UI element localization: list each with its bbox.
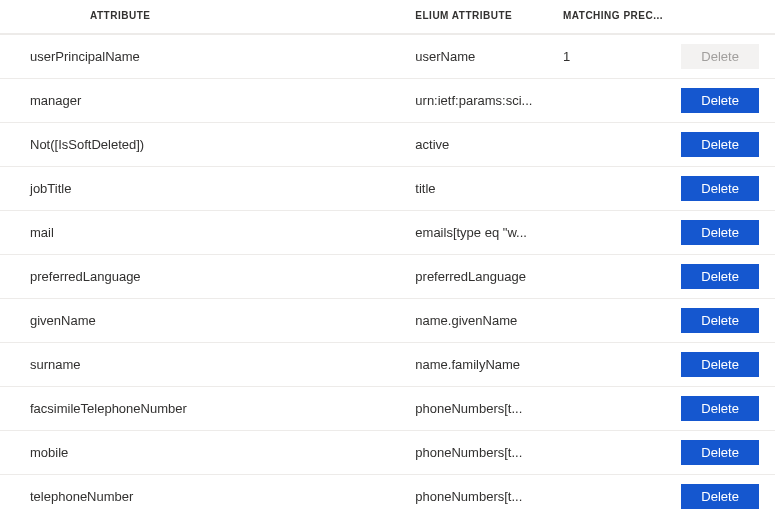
header-elium-attribute: ELIUM ATTRIBUTE xyxy=(407,0,555,34)
delete-button[interactable]: Delete xyxy=(681,352,759,377)
cell-matching-precedence xyxy=(555,387,673,431)
cell-action: Delete xyxy=(673,343,775,387)
cell-elium-attribute: preferredLanguage xyxy=(407,255,555,299)
cell-action: Delete xyxy=(673,431,775,475)
cell-attribute: Not([IsSoftDeleted]) xyxy=(0,123,407,167)
table-row[interactable]: mobilephoneNumbers[t...Delete xyxy=(0,431,775,475)
cell-matching-precedence xyxy=(555,343,673,387)
cell-elium-attribute: title xyxy=(407,167,555,211)
cell-action: Delete xyxy=(673,123,775,167)
cell-attribute: mobile xyxy=(0,431,407,475)
cell-attribute: telephoneNumber xyxy=(0,475,407,511)
cell-action: Delete xyxy=(673,211,775,255)
table-row[interactable]: givenNamename.givenNameDelete xyxy=(0,299,775,343)
delete-button[interactable]: Delete xyxy=(681,220,759,245)
cell-matching-precedence xyxy=(555,123,673,167)
attribute-mapping-table: ATTRIBUTE ELIUM ATTRIBUTE MATCHING PREC.… xyxy=(0,0,775,510)
cell-action: Delete xyxy=(673,387,775,431)
cell-attribute: mail xyxy=(0,211,407,255)
header-attribute: ATTRIBUTE xyxy=(0,0,407,34)
cell-action: Delete xyxy=(673,79,775,123)
cell-attribute: preferredLanguage xyxy=(0,255,407,299)
table-row[interactable]: preferredLanguagepreferredLanguageDelete xyxy=(0,255,775,299)
cell-matching-precedence xyxy=(555,475,673,511)
cell-action: Delete xyxy=(673,255,775,299)
delete-button: Delete xyxy=(681,44,759,69)
table-row[interactable]: telephoneNumberphoneNumbers[t...Delete xyxy=(0,475,775,511)
delete-button[interactable]: Delete xyxy=(681,132,759,157)
delete-button[interactable]: Delete xyxy=(681,484,759,509)
cell-elium-attribute: urn:ietf:params:sci... xyxy=(407,79,555,123)
delete-button[interactable]: Delete xyxy=(681,308,759,333)
cell-matching-precedence xyxy=(555,79,673,123)
cell-action: Delete xyxy=(673,475,775,511)
table-header-row: ATTRIBUTE ELIUM ATTRIBUTE MATCHING PREC.… xyxy=(0,0,775,34)
cell-attribute: manager xyxy=(0,79,407,123)
cell-elium-attribute: active xyxy=(407,123,555,167)
table-row[interactable]: jobTitletitleDelete xyxy=(0,167,775,211)
table-row[interactable]: userPrincipalNameuserName1Delete xyxy=(0,34,775,79)
cell-action: Delete xyxy=(673,34,775,79)
cell-matching-precedence xyxy=(555,255,673,299)
table-row[interactable]: facsimileTelephoneNumberphoneNumbers[t..… xyxy=(0,387,775,431)
cell-elium-attribute: phoneNumbers[t... xyxy=(407,431,555,475)
cell-attribute: facsimileTelephoneNumber xyxy=(0,387,407,431)
cell-attribute: jobTitle xyxy=(0,167,407,211)
cell-matching-precedence xyxy=(555,167,673,211)
cell-action: Delete xyxy=(673,299,775,343)
cell-matching-precedence xyxy=(555,431,673,475)
cell-attribute: userPrincipalName xyxy=(0,34,407,79)
cell-matching-precedence xyxy=(555,299,673,343)
header-matching-precedence: MATCHING PREC... xyxy=(555,0,673,34)
delete-button[interactable]: Delete xyxy=(681,396,759,421)
cell-matching-precedence: 1 xyxy=(555,34,673,79)
delete-button[interactable]: Delete xyxy=(681,88,759,113)
table-row[interactable]: managerurn:ietf:params:sci...Delete xyxy=(0,79,775,123)
header-action xyxy=(673,0,775,34)
cell-elium-attribute: name.givenName xyxy=(407,299,555,343)
table-row[interactable]: mailemails[type eq "w...Delete xyxy=(0,211,775,255)
delete-button[interactable]: Delete xyxy=(681,440,759,465)
cell-elium-attribute: emails[type eq "w... xyxy=(407,211,555,255)
table-row[interactable]: surnamename.familyNameDelete xyxy=(0,343,775,387)
cell-elium-attribute: name.familyName xyxy=(407,343,555,387)
cell-attribute: surname xyxy=(0,343,407,387)
cell-elium-attribute: phoneNumbers[t... xyxy=(407,387,555,431)
table-row[interactable]: Not([IsSoftDeleted])activeDelete xyxy=(0,123,775,167)
delete-button[interactable]: Delete xyxy=(681,264,759,289)
delete-button[interactable]: Delete xyxy=(681,176,759,201)
cell-attribute: givenName xyxy=(0,299,407,343)
cell-matching-precedence xyxy=(555,211,673,255)
cell-elium-attribute: phoneNumbers[t... xyxy=(407,475,555,511)
cell-elium-attribute: userName xyxy=(407,34,555,79)
cell-action: Delete xyxy=(673,167,775,211)
